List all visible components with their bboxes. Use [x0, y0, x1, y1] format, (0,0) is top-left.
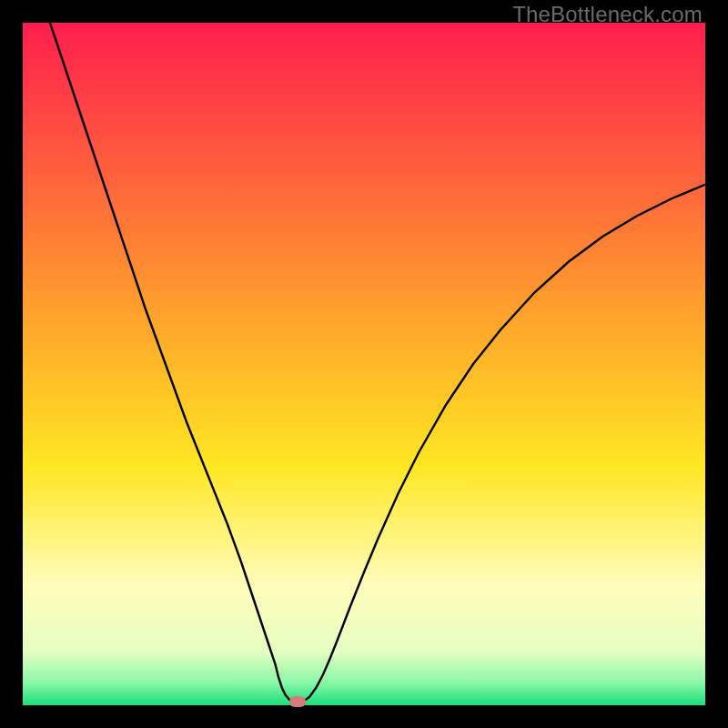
optimum-marker — [289, 696, 306, 707]
watermark-text: TheBottleneck.com — [512, 2, 703, 27]
chart-background — [23, 23, 705, 705]
bottleneck-chart — [23, 23, 705, 705]
chart-frame — [23, 23, 705, 705]
